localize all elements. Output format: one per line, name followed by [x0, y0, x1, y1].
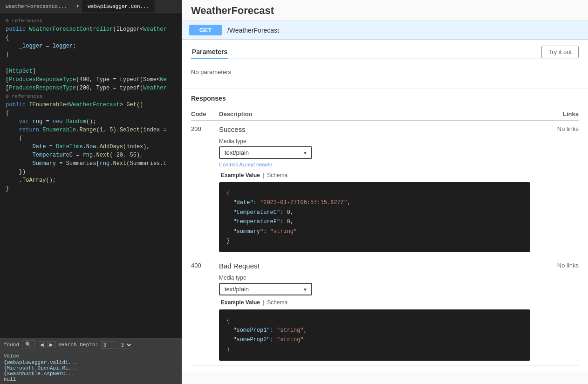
code-line: return Enumerable.Range(1, 5).Select(ind… [0, 126, 182, 134]
example-schema-tabs-200: Example Value | Schema [219, 171, 530, 179]
search-depth-dropdown[interactable]: 3 [118, 341, 133, 349]
col-header-code: Code [191, 108, 219, 121]
tab-weatherforecast-controller[interactable]: WeatherForecastCo... [0, 0, 73, 13]
search-depth-input[interactable] [101, 341, 115, 349]
value-item: {Swashbuckle.AspNetC... [4, 371, 178, 377]
response-links-200: No links [530, 121, 579, 257]
tab-example-value-200[interactable]: Example Value [219, 171, 262, 179]
endpoint-header: GET /WeatherForecast [182, 21, 588, 40]
parameters-section: Parameters Try it out No parameters [182, 40, 588, 89]
values-section: Value {WebApiSwagger.Validi... {Microsof… [0, 351, 182, 384]
tab-dropdown-arrow[interactable]: ▾ [73, 1, 82, 12]
tab-schema-400[interactable]: Schema [265, 298, 289, 307]
media-type-select-wrapper-400: text/plain application/json text/json [219, 283, 312, 295]
endpoint-container: GET /WeatherForecast Parameters Try it o… [182, 21, 588, 371]
value-item: {WebApiSwagger.Validi... [4, 360, 178, 365]
media-type-select-400[interactable]: text/plain application/json text/json [219, 283, 312, 295]
tab-example-value-400[interactable]: Example Value [219, 298, 262, 307]
example-code-block-200: { "date": "2023-01-27T06:57:15.627Z", "t… [219, 182, 530, 252]
section-tabs: Parameters Try it out [191, 45, 579, 59]
code-line: { [0, 109, 182, 117]
responses-title: Responses [191, 95, 579, 102]
code-line: [HttpGet] [0, 67, 182, 75]
values-label: Value [4, 353, 178, 359]
example-code-block-400: { "someProp1": "string", "someProp2": "s… [219, 309, 530, 361]
code-line: [ProducesResponseType(400, Type = typeof… [0, 75, 182, 84]
code-line [0, 59, 182, 67]
search-box[interactable]: 🔍 [22, 340, 35, 349]
response-code-200: 200 [191, 121, 219, 257]
code-line: var rng = new Random(); [0, 117, 182, 126]
no-parameters-text: No parameters [191, 65, 579, 83]
code-line: 0 references [0, 92, 182, 101]
code-line: { [0, 34, 182, 42]
code-line: 0 references [0, 17, 182, 25]
response-row-200: 200 Success Media type text/plain applic… [191, 121, 579, 257]
swagger-header: WeatherForecast [182, 0, 588, 21]
responses-section: Responses Code Description Links 200 [182, 89, 588, 371]
responses-table: Code Description Links 200 Success Media… [191, 108, 579, 366]
media-type-label-200: Media type [219, 138, 530, 144]
col-header-links: Links [530, 108, 579, 121]
response-row-400: 400 Bad Request Media type text/plain ap… [191, 257, 579, 366]
media-type-label-400: Media type [219, 274, 530, 281]
col-header-description: Description [219, 108, 530, 121]
code-line: } [0, 185, 182, 193]
code-line: public IEnumerable<WeatherForecast> Get(… [0, 101, 182, 109]
swagger-content: GET /WeatherForecast Parameters Try it o… [182, 21, 588, 384]
code-line: [ProducesResponseType(200, Type = typeof… [0, 84, 182, 92]
tab-schema-200[interactable]: Schema [265, 171, 289, 179]
search-icon: 🔍 [25, 342, 32, 348]
code-line: { [0, 134, 182, 143]
tab-separator-400: | [262, 298, 265, 307]
endpoint-path: /WeatherForecast [227, 27, 279, 34]
media-type-select-wrapper-200: text/plain application/json text/json [219, 146, 312, 159]
editor-tab-bar: WeatherForecastCo... ▾ WebApiSwagger.Con… [0, 0, 182, 13]
search-prev-button[interactable]: ◀ [38, 341, 46, 348]
code-line: } [0, 50, 182, 59]
code-line: Summary = Summaries[rng.Next(Summaries.L [0, 159, 182, 168]
controls-note-200: Controls Accept header. [219, 162, 530, 167]
code-line: TemperatureC = rng.Next(-20, 55), [0, 151, 182, 159]
value-item: {Microsoft.OpenApi.Mi... [4, 365, 178, 371]
code-editor-panel: WeatherForecastCo... ▾ WebApiSwagger.Con… [0, 0, 182, 384]
value-item: null [4, 377, 178, 382]
swagger-panel: WeatherForecast GET /WeatherForecast Par… [182, 0, 588, 384]
response-desc-title-400: Bad Request [219, 262, 530, 270]
found-label: found [4, 342, 19, 348]
swagger-title: WeatherForecast [191, 5, 579, 17]
code-line: public WeatherForecastController(ILogger… [0, 25, 182, 34]
code-line: .ToArray(); [0, 176, 182, 185]
try-it-out-button[interactable]: Try it out [541, 46, 579, 58]
tab-separator-200: | [262, 171, 265, 179]
tab-webapi-swagger[interactable]: WebApiSwagger.Con... [82, 0, 155, 13]
response-links-400: No links [530, 257, 579, 366]
bottom-search-bar: found 🔍 ◀ ▶ Search Depth: 3 [0, 338, 182, 351]
code-line: }) [0, 168, 182, 176]
search-next-button[interactable]: ▶ [47, 341, 55, 348]
search-depth-label: Search Depth: [58, 342, 98, 348]
response-desc-200: Success Media type text/plain applicatio… [219, 121, 530, 257]
example-schema-tabs-400: Example Value | Schema [219, 298, 530, 307]
search-navigation: ◀ ▶ [38, 341, 55, 348]
tab-parameters[interactable]: Parameters [191, 45, 228, 59]
response-desc-400: Bad Request Media type text/plain applic… [219, 257, 530, 366]
media-type-select-200[interactable]: text/plain application/json text/json [219, 146, 312, 159]
response-desc-title-200: Success [219, 125, 530, 133]
code-editor-content: 0 references public WeatherForecastContr… [0, 13, 182, 338]
code-line: _logger = logger; [0, 42, 182, 50]
http-method-badge: GET [189, 25, 222, 35]
response-code-400: 400 [191, 257, 219, 366]
code-line: Date = DateTime.Now.AddDays(index), [0, 143, 182, 151]
